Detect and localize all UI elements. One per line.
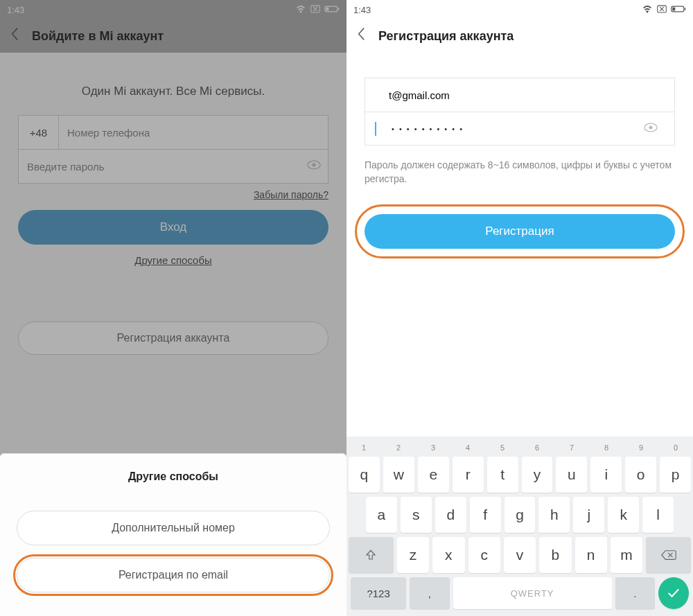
- svg-point-11: [649, 125, 653, 129]
- key-u[interactable]: u: [556, 457, 587, 493]
- headline: Один Mi аккаунт. Все Mi сервисы.: [18, 85, 328, 98]
- key-z[interactable]: z: [397, 537, 429, 573]
- phone-register-screen: 1:43 Регистрация аккаунта: [346, 0, 693, 616]
- svg-rect-3: [326, 7, 328, 10]
- key-hint: 5: [485, 441, 520, 455]
- back-icon[interactable]: [10, 27, 19, 45]
- password-input[interactable]: • • • • • • • • • •: [378, 125, 637, 133]
- country-code-selector[interactable]: +48: [19, 116, 59, 149]
- bottom-sheet: Другие способы Дополнительный номер Реги…: [0, 453, 346, 616]
- password-row: • • • • • • • • • •: [365, 112, 674, 145]
- phone-login-screen: 1:43 Войдите в Mi аккаунт: [0, 0, 346, 616]
- key-c[interactable]: c: [468, 537, 500, 573]
- key-m[interactable]: m: [611, 537, 642, 573]
- key-p[interactable]: p: [660, 457, 691, 493]
- sheet-btn-label: Дополнительный номер: [112, 522, 235, 534]
- status-bar: 1:43: [0, 0, 346, 19]
- key-.[interactable]: .: [615, 577, 655, 609]
- key-l[interactable]: l: [642, 497, 674, 533]
- status-bar: 1:43: [346, 0, 693, 19]
- key-?123[interactable]: ?123: [351, 577, 406, 609]
- register-button[interactable]: Регистрация: [365, 214, 675, 249]
- key-hint: 3: [416, 441, 450, 455]
- email-row: [365, 78, 674, 112]
- additional-number-button[interactable]: Дополнительный номер: [17, 511, 330, 545]
- key-v[interactable]: v: [504, 537, 536, 573]
- key-qwerty[interactable]: QWERTY: [453, 577, 612, 609]
- key-hint: 9: [624, 441, 658, 455]
- key-j[interactable]: j: [573, 497, 604, 533]
- svg-rect-8: [685, 8, 686, 10]
- key-s[interactable]: s: [401, 497, 432, 533]
- key-o[interactable]: o: [625, 457, 656, 493]
- key-shift[interactable]: [349, 537, 394, 573]
- keyboard: 1234567890 qwertyuiop asdfghjkl zxcvbnm …: [346, 437, 693, 616]
- email-input[interactable]: [375, 89, 665, 101]
- back-icon[interactable]: [356, 27, 366, 45]
- svg-point-5: [313, 164, 316, 167]
- key-hint: 2: [381, 441, 416, 455]
- key-enter[interactable]: [658, 577, 689, 609]
- sheet-btn-label: Регистрация по email: [119, 569, 228, 581]
- key-hint: 6: [520, 441, 554, 455]
- svg-rect-9: [672, 7, 675, 10]
- text-cursor-icon: [375, 122, 376, 136]
- header: Войдите в Mi аккаунт: [0, 19, 346, 53]
- key-a[interactable]: a: [366, 497, 397, 533]
- register-account-button[interactable]: Регистрация аккаунта: [18, 322, 328, 355]
- key-y[interactable]: y: [522, 457, 553, 493]
- key-hint: 8: [589, 441, 624, 455]
- wifi-icon: [295, 5, 306, 15]
- phone-input-row: +48: [18, 115, 328, 150]
- key-i[interactable]: i: [590, 457, 622, 493]
- status-time: 1:43: [7, 5, 24, 15]
- eye-icon[interactable]: [300, 160, 328, 173]
- battery-icon: [671, 5, 686, 15]
- key-hint: 7: [554, 441, 589, 455]
- key-hint: 4: [450, 441, 485, 455]
- page-title: Войдите в Mi аккаунт: [32, 29, 164, 44]
- key-t[interactable]: t: [487, 457, 518, 493]
- key-r[interactable]: r: [453, 457, 484, 493]
- sheet-title: Другие способы: [17, 470, 330, 483]
- key-g[interactable]: g: [505, 497, 536, 533]
- key-n[interactable]: n: [575, 537, 607, 573]
- key-w[interactable]: w: [383, 457, 414, 493]
- password-hint: Пароль должен содержать 8~16 символов, ц…: [365, 158, 675, 186]
- key-,[interactable]: ,: [410, 577, 449, 609]
- register-email-button[interactable]: Регистрация по email: [17, 558, 330, 592]
- forgot-password-link[interactable]: Забыли пароль?: [18, 189, 328, 200]
- login-button[interactable]: Вход: [18, 210, 328, 245]
- svg-rect-2: [338, 8, 340, 10]
- register-form: • • • • • • • • • •: [365, 78, 675, 146]
- header: Регистрация аккаунта: [346, 19, 693, 53]
- status-time: 1:43: [353, 5, 371, 15]
- password-input-row: [18, 150, 328, 184]
- rotation-lock-icon: [310, 5, 320, 15]
- key-f[interactable]: f: [470, 497, 501, 533]
- rotation-lock-icon: [657, 5, 667, 15]
- other-methods-link[interactable]: Другие способы: [18, 254, 328, 266]
- key-k[interactable]: k: [608, 497, 639, 533]
- key-x[interactable]: x: [432, 537, 464, 573]
- phone-input[interactable]: [59, 116, 328, 149]
- password-input[interactable]: [19, 150, 300, 183]
- key-q[interactable]: q: [349, 457, 380, 493]
- key-d[interactable]: d: [435, 497, 466, 533]
- key-hint: 1: [346, 441, 381, 455]
- key-h[interactable]: h: [538, 497, 570, 533]
- battery-icon: [324, 5, 340, 15]
- key-b[interactable]: b: [539, 537, 571, 573]
- key-backspace[interactable]: [646, 537, 691, 573]
- page-title: Регистрация аккаунта: [378, 29, 514, 44]
- key-e[interactable]: e: [418, 457, 449, 493]
- wifi-icon: [642, 5, 653, 15]
- key-hint: 0: [658, 441, 693, 455]
- eye-icon[interactable]: [637, 123, 665, 135]
